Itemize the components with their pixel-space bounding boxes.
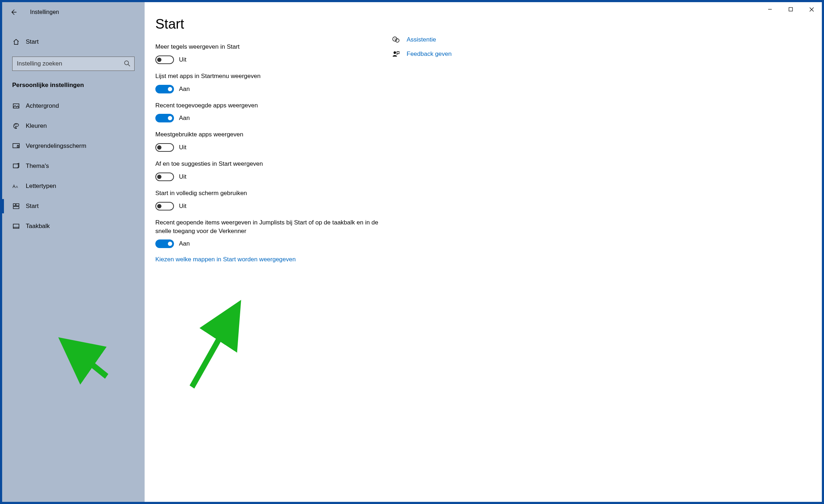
- svg-rect-17: [13, 207, 19, 209]
- toggle-state: Uit: [179, 173, 186, 180]
- sidebar: Instellingen Start Persoonlijke instelli…: [2, 2, 145, 502]
- setting-label: Recent geopende items weergeven in Jumpl…: [155, 218, 384, 236]
- taskbar-icon: [12, 223, 20, 230]
- toggle-recent-apps[interactable]: [155, 114, 174, 122]
- help-column: ? Assistentie Feedback geven: [392, 16, 452, 495]
- setting-jumplists: Recent geopende items weergeven in Jumpl…: [155, 218, 384, 248]
- main-content: Start Meer tegels weergeven in Start Uit…: [145, 2, 822, 502]
- sidebar-item-label: Vergrendelingsscherm: [26, 142, 86, 150]
- back-button[interactable]: [6, 5, 21, 19]
- setting-more-tiles: Meer tegels weergeven in Start Uit: [155, 43, 384, 64]
- toggle-state: Aan: [179, 240, 190, 247]
- svg-text:A: A: [16, 185, 18, 189]
- svg-text:?: ?: [394, 38, 396, 41]
- svg-point-8: [15, 124, 16, 125]
- window-title: Instellingen: [30, 9, 59, 15]
- setting-label: Recent toegevoegde apps weergeven: [155, 101, 384, 110]
- themes-icon: [12, 163, 20, 170]
- svg-rect-1: [789, 8, 793, 11]
- window-controls: [760, 2, 822, 16]
- svg-rect-18: [13, 224, 19, 228]
- palette-icon: [12, 122, 20, 130]
- setting-fullscreen: Start in volledig scherm gebruiken Uit: [155, 189, 384, 210]
- sidebar-item-label: Start: [26, 203, 39, 210]
- home-nav[interactable]: Start: [2, 33, 145, 51]
- svg-point-7: [14, 125, 15, 126]
- toggle-state: Aan: [179, 86, 190, 93]
- category-title: Persoonlijke instellingen: [2, 78, 145, 96]
- setting-label: Meer tegels weergeven in Start: [155, 43, 384, 51]
- svg-rect-15: [13, 204, 15, 206]
- sidebar-item-label: Taakbalk: [26, 223, 50, 230]
- sidebar-item-fonts[interactable]: AA Lettertypen: [2, 176, 145, 196]
- toggle-state: Uit: [179, 203, 186, 210]
- picture-icon: [12, 102, 20, 110]
- svg-rect-12: [13, 164, 18, 168]
- setting-label: Af en toe suggesties in Start weergeven: [155, 160, 384, 168]
- maximize-button[interactable]: [780, 2, 801, 16]
- setting-most-used: Meestgebruikte apps weergeven Uit: [155, 130, 384, 152]
- home-label: Start: [26, 38, 39, 45]
- svg-text:A: A: [13, 184, 15, 189]
- setting-suggestions: Af en toe suggesties in Start weergeven …: [155, 160, 384, 181]
- search-wrap: [12, 57, 135, 71]
- fonts-icon: AA: [12, 183, 20, 190]
- toggle-fullscreen[interactable]: [155, 202, 174, 210]
- settings-column: Start Meer tegels weergeven in Start Uit…: [155, 16, 384, 495]
- sidebar-item-colors[interactable]: Kleuren: [2, 116, 145, 136]
- settings-window: Instellingen Start Persoonlijke instelli…: [2, 2, 822, 502]
- toggle-more-tiles[interactable]: [155, 55, 174, 64]
- toggle-most-used[interactable]: [155, 143, 174, 152]
- sidebar-item-background[interactable]: Achtergrond: [2, 96, 145, 116]
- svg-rect-16: [16, 204, 19, 206]
- sidebar-item-taskbar[interactable]: Taakbalk: [2, 216, 145, 236]
- toggle-jumplists[interactable]: [155, 239, 174, 248]
- toggle-suggestions[interactable]: [155, 173, 174, 181]
- nav-list: Achtergrond Kleuren Vergrendelingsscherm…: [2, 96, 145, 236]
- start-icon: [12, 203, 20, 210]
- search-input[interactable]: [12, 57, 135, 71]
- toggle-state: Aan: [179, 115, 190, 122]
- toggle-state: Uit: [179, 56, 186, 63]
- toggle-state: Uit: [179, 144, 186, 151]
- sidebar-item-label: Thema's: [26, 163, 49, 170]
- svg-point-23: [394, 52, 396, 54]
- sidebar-item-lockscreen[interactable]: Vergrendelingsscherm: [2, 136, 145, 156]
- help-feedback[interactable]: Feedback geven: [392, 50, 452, 58]
- setting-label: Start in volledig scherm gebruiken: [155, 189, 384, 198]
- help-assist[interactable]: ? Assistentie: [392, 36, 452, 44]
- assist-icon: ?: [392, 36, 400, 44]
- toggle-app-list[interactable]: [155, 85, 174, 93]
- lockscreen-icon: [12, 142, 20, 150]
- home-icon: [12, 38, 20, 45]
- help-label: Feedback geven: [407, 50, 452, 58]
- setting-label: Lijst met apps in Startmenu weergeven: [155, 72, 384, 81]
- svg-rect-11: [17, 146, 19, 147]
- sidebar-item-label: Kleuren: [26, 122, 47, 130]
- svg-point-9: [16, 124, 17, 125]
- sidebar-item-label: Lettertypen: [26, 183, 56, 190]
- feedback-icon: [392, 50, 400, 58]
- setting-app-list: Lijst met apps in Startmenu weergeven Aa…: [155, 72, 384, 93]
- choose-folders-link[interactable]: Kiezen welke mappen in Start worden weer…: [155, 256, 384, 263]
- page-title: Start: [155, 16, 384, 32]
- sidebar-item-label: Achtergrond: [26, 102, 59, 110]
- minimize-button[interactable]: [760, 2, 780, 16]
- sidebar-header: Instellingen: [2, 2, 145, 22]
- sidebar-item-start[interactable]: Start: [2, 196, 145, 216]
- svg-rect-6: [13, 104, 19, 108]
- setting-label: Meestgebruikte apps weergeven: [155, 130, 384, 139]
- close-button[interactable]: [801, 2, 822, 16]
- setting-recent-apps: Recent toegevoegde apps weergeven Aan: [155, 101, 384, 123]
- help-label: Assistentie: [407, 36, 436, 43]
- sidebar-item-themes[interactable]: Thema's: [2, 156, 145, 176]
